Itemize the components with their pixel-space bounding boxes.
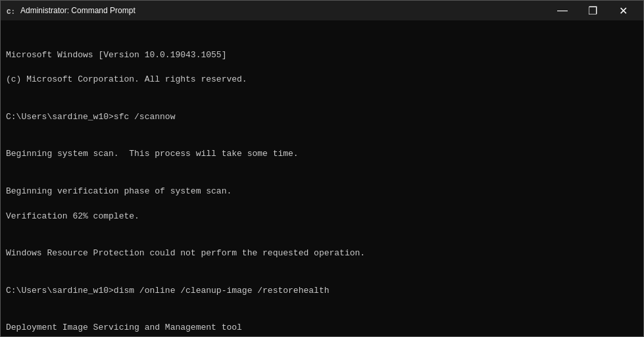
svg-text:C:: C: bbox=[7, 8, 15, 16]
title-bar: C: Administrator: Command Prompt — ❐ ✕ bbox=[1, 1, 643, 20]
terminal-line: Beginning verification phase of system s… bbox=[6, 186, 638, 198]
terminal-line: Verification 62% complete. bbox=[6, 211, 638, 223]
title-bar-controls: — ❐ ✕ bbox=[547, 1, 638, 20]
terminal-line: Microsoft Windows [Version 10.0.19043.10… bbox=[6, 49, 638, 62]
terminal-line: C:\Users\sardine_w10>dism /online /clean… bbox=[6, 285, 638, 298]
close-button[interactable]: ✕ bbox=[608, 1, 638, 20]
terminal-line: Windows Resource Protection could not pe… bbox=[6, 247, 638, 260]
terminal-line: (c) Microsoft Corporation. All rights re… bbox=[6, 74, 638, 86]
maximize-button[interactable]: ❐ bbox=[578, 1, 608, 20]
terminal-line: C:\Users\sardine_w10>sfc /scannow bbox=[6, 111, 638, 124]
terminal-line: Deployment Image Servicing and Managemen… bbox=[6, 322, 638, 334]
minimize-button[interactable]: — bbox=[547, 1, 578, 20]
cmd-window: C: Administrator: Command Prompt — ❐ ✕ M… bbox=[0, 0, 644, 337]
cmd-icon: C: bbox=[6, 5, 16, 16]
terminal-output[interactable]: Microsoft Windows [Version 10.0.19043.10… bbox=[1, 20, 643, 336]
terminal-line: Beginning system scan. This process will… bbox=[6, 148, 638, 161]
title-bar-label: Administrator: Command Prompt bbox=[20, 6, 547, 15]
